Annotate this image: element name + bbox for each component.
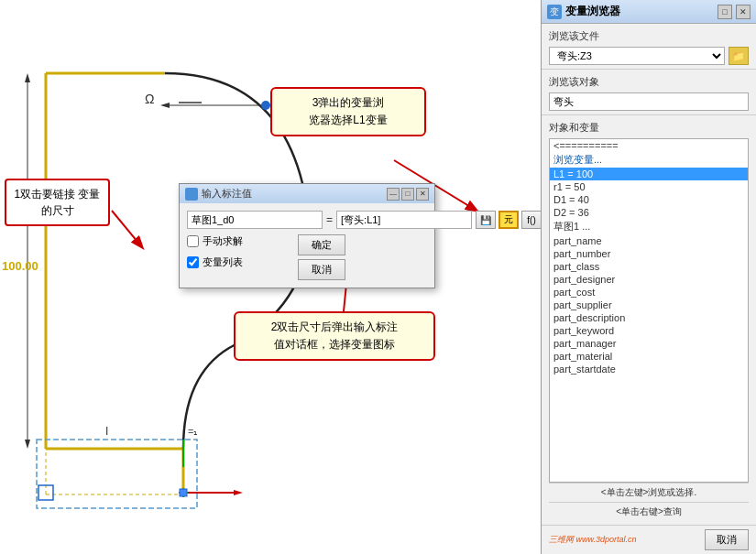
vars-section-label: 对象和变量 bbox=[549, 121, 749, 135]
vars-list-item[interactable]: part_cost bbox=[550, 286, 748, 299]
dialog-input-row: = 💾 元 f() bbox=[187, 211, 427, 229]
vars-hint-right: <单击右键>查询 bbox=[549, 502, 749, 521]
vars-list-item[interactable]: part_startdate bbox=[550, 363, 748, 375]
vars-list: <==========浏览变量...L1 = 100r1 = 50D1 = 40… bbox=[550, 139, 748, 375]
vars-list-item[interactable]: r1 = 50 bbox=[550, 180, 748, 193]
vars-list-item[interactable]: part_manager bbox=[550, 337, 748, 350]
dialog-varlist-row: 变量列表 bbox=[187, 255, 243, 269]
dialog-titlebar-buttons: — □ ✕ bbox=[387, 188, 429, 201]
vars-list-item[interactable]: part_supplier bbox=[550, 299, 748, 311]
dialog-titlebar: 输入标注值 — □ ✕ bbox=[180, 184, 434, 203]
dialog-title-area: 输入标注值 bbox=[185, 187, 252, 201]
browse-file-dropdown[interactable]: 弯头:Z3 bbox=[549, 47, 725, 65]
svg-text:I: I bbox=[105, 425, 108, 438]
callout-step1: 1双击要链接 变量的尺寸 bbox=[5, 179, 110, 226]
vars-list-item[interactable]: part_material bbox=[550, 350, 748, 363]
dialog-manual-solve-label: 手动求解 bbox=[203, 234, 243, 248]
panel-restore-btn[interactable]: □ bbox=[718, 5, 732, 19]
panel-titlebar: 变 变量浏览器 □ ✕ bbox=[542, 0, 756, 24]
panel-title-icon: 变 bbox=[547, 5, 562, 19]
dialog-close-btn[interactable]: ✕ bbox=[416, 188, 429, 201]
vars-list-container[interactable]: <==========浏览变量...L1 = 100r1 = 50D1 = 40… bbox=[549, 138, 749, 483]
vars-list-item[interactable]: part_number bbox=[550, 247, 748, 260]
callout-step3: 3弹出的变量浏览器选择L1变量 bbox=[270, 87, 426, 136]
browse-file-label: 浏览该文件 bbox=[549, 29, 749, 43]
right-panel: 变 变量浏览器 □ ✕ 浏览该文件 弯头:Z3 📁 浏览该对象 弯头 对象和变量… bbox=[541, 0, 756, 554]
panel-close-btn[interactable]: ✕ bbox=[736, 5, 751, 19]
dialog-icon bbox=[185, 188, 198, 201]
vars-list-item[interactable]: 草图1 ... bbox=[550, 219, 748, 234]
dialog-field-name[interactable] bbox=[187, 211, 323, 229]
vars-list-item[interactable]: part_designer bbox=[550, 273, 748, 286]
panel-title-area: 变 变量浏览器 bbox=[547, 4, 620, 19]
callout-step2: 2双击尺寸后弹出输入标注值对话框，选择变量图标 bbox=[234, 311, 435, 361]
svg-marker-25 bbox=[234, 490, 243, 495]
dialog-body: = 💾 元 f() 手动求解 变量列表 bbox=[180, 203, 434, 288]
svg-marker-14 bbox=[25, 73, 30, 82]
svg-marker-4 bbox=[160, 103, 170, 108]
svg-text:=₁: =₁ bbox=[188, 426, 197, 437]
browse-file-section: 浏览该文件 弯头:Z3 📁 bbox=[542, 24, 756, 70]
dialog-value-field[interactable] bbox=[336, 211, 472, 229]
vars-list-item[interactable]: D2 = 36 bbox=[550, 206, 748, 219]
drawing-area: Ω =₁ R Ω 100.00 =₁ I bbox=[0, 0, 541, 554]
browse-object-value[interactable]: 弯头 bbox=[549, 92, 749, 111]
dialog-ok-btn[interactable]: 确定 bbox=[298, 234, 345, 255]
vars-hint-left: <单击左键>浏览或选择. bbox=[549, 483, 749, 502]
dialog-formula-btn[interactable]: 元 bbox=[499, 211, 519, 229]
vars-list-item[interactable]: L1 = 100 bbox=[550, 168, 748, 180]
browse-file-folder-btn[interactable]: 📁 bbox=[729, 47, 749, 65]
dialog-save-btn[interactable]: 💾 bbox=[476, 211, 496, 229]
vars-list-item[interactable]: 浏览变量... bbox=[550, 152, 748, 168]
watermark: 三维网 www.3dportal.cn bbox=[549, 534, 637, 546]
vars-list-item[interactable]: part_keyword bbox=[550, 324, 748, 337]
svg-text:100.00: 100.00 bbox=[2, 259, 38, 273]
panel-cancel-btn[interactable]: 取消 bbox=[705, 529, 749, 550]
vars-list-item[interactable]: part_class bbox=[550, 260, 748, 273]
browse-object-label: 浏览该对象 bbox=[549, 75, 749, 89]
dialog-varlist-label: 变量列表 bbox=[203, 255, 243, 269]
dialog-manual-solve-row: 手动求解 bbox=[187, 234, 243, 248]
browse-file-row: 弯头:Z3 📁 bbox=[549, 47, 749, 65]
dialog-func-btn[interactable]: f() bbox=[521, 211, 541, 229]
panel-bottom: 三维网 www.3dportal.cn 取消 bbox=[542, 525, 756, 554]
svg-point-8 bbox=[261, 101, 270, 110]
vars-list-item[interactable]: part_name bbox=[550, 234, 748, 247]
dialog-cancel-btn[interactable]: 取消 bbox=[298, 259, 345, 280]
dialog-equals: = bbox=[326, 213, 333, 226]
vars-list-item[interactable]: part_description bbox=[550, 311, 748, 324]
browse-object-section: 浏览该对象 弯头 bbox=[542, 70, 756, 115]
svg-rect-29 bbox=[180, 489, 187, 496]
vars-section: 对象和变量 <==========浏览变量...L1 = 100r1 = 50D… bbox=[542, 115, 756, 525]
annotation-dialog: 输入标注值 — □ ✕ = 💾 元 f() bbox=[179, 183, 435, 288]
svg-marker-15 bbox=[25, 440, 30, 449]
dialog-manual-solve-checkbox[interactable] bbox=[187, 235, 199, 247]
svg-text:Ω: Ω bbox=[145, 92, 154, 106]
vars-list-item[interactable]: D1 = 40 bbox=[550, 193, 748, 206]
dialog-minimize-btn[interactable]: — bbox=[387, 188, 400, 201]
dialog-varlist-checkbox[interactable] bbox=[187, 256, 199, 268]
dialog-title: 输入标注值 bbox=[202, 187, 252, 201]
vars-list-item[interactable]: <========== bbox=[550, 139, 748, 152]
panel-titlebar-actions: □ ✕ bbox=[718, 5, 751, 19]
dialog-action-btns: 💾 元 f() bbox=[476, 211, 541, 229]
panel-title: 变量浏览器 bbox=[565, 4, 620, 19]
dialog-maximize-btn[interactable]: □ bbox=[401, 188, 414, 201]
